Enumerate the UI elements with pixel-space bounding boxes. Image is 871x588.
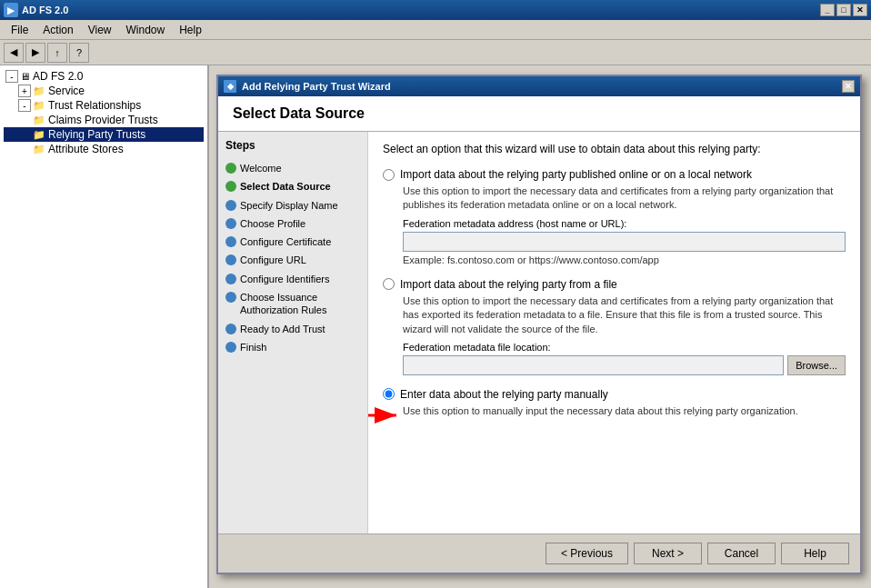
option-file-label[interactable]: Import data about the relying party from…: [383, 278, 846, 291]
tree-service[interactable]: + 📁 Service: [4, 84, 204, 98]
menu-bar: File Action View Window Help: [0, 20, 871, 40]
tree-trust-label: Trust Relationships: [48, 99, 141, 112]
tree-root[interactable]: - 🖥 AD FS 2.0: [4, 69, 204, 84]
step-configure-certificate[interactable]: Configure Certificate: [222, 233, 364, 251]
content-panel: Select an option that this wizard will u…: [368, 132, 860, 533]
maximize-button[interactable]: □: [836, 4, 851, 16]
close-button[interactable]: ✕: [853, 4, 867, 16]
app-title-bar: ▶ AD FS 2.0 _ □ ✕: [0, 0, 871, 20]
option-manual: Enter data about the relying party manua…: [383, 388, 846, 418]
up-button[interactable]: ↑: [47, 43, 67, 63]
minimize-button[interactable]: _: [820, 4, 835, 16]
step-configure-url[interactable]: Configure URL: [222, 251, 364, 269]
tree-service-label: Service: [48, 85, 85, 97]
tree-attribute-stores[interactable]: 📁 Attribute Stores: [4, 142, 204, 156]
step-welcome[interactable]: Welcome: [222, 159, 364, 177]
option-online: Import data about the relying party publ…: [383, 168, 846, 265]
radio-file[interactable]: [383, 278, 395, 290]
root-icon: 🖥: [20, 71, 30, 82]
step-choose-profile[interactable]: Choose Profile: [222, 214, 364, 233]
help-button[interactable]: Help: [781, 543, 849, 564]
step-dot-finish: [225, 342, 236, 353]
step-finish[interactable]: Finish: [222, 338, 364, 356]
tree-claims-provider[interactable]: 📁 Claims Provider Trusts: [4, 113, 204, 127]
steps-panel: Steps Welcome Select Data Source Specify…: [218, 132, 368, 533]
folder-trust-icon: 📁: [33, 100, 45, 112]
step-choose-issuance[interactable]: Choose Issuance Authorization Rules: [222, 288, 364, 320]
folder-relying-icon: 📁: [33, 129, 45, 141]
option-online-field-label: Federation metadata address (host name o…: [383, 218, 846, 229]
left-panel-tree: - 🖥 AD FS 2.0 + 📁 Service - 📁 Trust Rela…: [0, 65, 209, 588]
radio-online[interactable]: [383, 169, 395, 181]
cancel-button[interactable]: Cancel: [707, 543, 776, 564]
menu-help[interactable]: Help: [172, 22, 209, 38]
option-file-desc: Use this option to import the necessary …: [383, 294, 846, 336]
step-select-data-source[interactable]: Select Data Source: [222, 177, 364, 195]
back-button[interactable]: ◀: [4, 43, 24, 63]
wizard-title-icon: ◆: [224, 80, 236, 93]
step-label-display: Specify Display Name: [240, 199, 338, 212]
step-label-ready: Ready to Add Trust: [240, 323, 325, 335]
wizard-header: Select Data Source: [218, 96, 860, 132]
federation-metadata-file-input: [403, 355, 784, 375]
main-layout: - 🖥 AD FS 2.0 + 📁 Service - 📁 Trust Rela…: [0, 65, 871, 588]
option-manual-desc: Use this option to manually input the ne…: [383, 404, 846, 418]
option-file-field-label: Federation metadata file location:: [383, 342, 846, 353]
tree-relying-party[interactable]: 📁 Relying Party Trusts: [4, 127, 204, 142]
option-file: Import data about the relying party from…: [383, 278, 846, 375]
tree-claims-label: Claims Provider Trusts: [48, 114, 158, 126]
expand-root[interactable]: -: [5, 70, 18, 83]
steps-title: Steps: [222, 139, 364, 152]
step-label-cert: Configure Certificate: [240, 235, 331, 248]
wizard-page-title: Select Data Source: [233, 105, 846, 122]
wizard-close-button[interactable]: ✕: [842, 80, 855, 93]
forward-button[interactable]: ▶: [25, 43, 45, 63]
step-label-welcome: Welcome: [240, 162, 282, 174]
step-specify-display-name[interactable]: Specify Display Name: [222, 196, 364, 214]
folder-attribute-icon: 📁: [33, 144, 45, 155]
option-manual-label[interactable]: Enter data about the relying party manua…: [383, 388, 846, 401]
toolbar: ◀ ▶ ↑ ?: [0, 40, 871, 65]
expand-trust[interactable]: -: [18, 99, 31, 112]
option-online-label[interactable]: Import data about the relying party publ…: [383, 168, 846, 181]
federation-metadata-address-input: [403, 232, 846, 252]
next-button[interactable]: Next >: [634, 543, 702, 564]
option-online-desc: Use this option to import the necessary …: [383, 184, 846, 213]
content-intro: Select an option that this wizard will u…: [383, 143, 846, 155]
step-label-finish: Finish: [240, 341, 266, 354]
step-dot-ready: [225, 324, 236, 334]
step-ready-to-add[interactable]: Ready to Add Trust: [222, 320, 364, 338]
wizard-footer: < Previous Next > Cancel Help: [218, 533, 860, 572]
tree-attribute-label: Attribute Stores: [48, 143, 124, 155]
menu-view[interactable]: View: [81, 22, 119, 38]
tree-trust-relationships[interactable]: - 📁 Trust Relationships: [4, 98, 204, 113]
browse-button[interactable]: Browse...: [787, 355, 846, 375]
step-dot-issuance: [225, 292, 236, 303]
menu-file[interactable]: File: [4, 22, 35, 38]
wizard-dialog: ◆ Add Relying Party Trust Wizard ✕ Selec…: [216, 75, 862, 574]
step-dot-cert: [225, 236, 236, 247]
step-label-identifiers: Configure Identifiers: [240, 273, 329, 285]
step-dot-url: [225, 254, 236, 265]
menu-action[interactable]: Action: [35, 22, 80, 38]
app-icon: ▶: [4, 3, 18, 17]
expand-service[interactable]: +: [18, 85, 31, 97]
step-configure-identifiers[interactable]: Configure Identifiers: [222, 270, 364, 288]
step-dot-identifiers: [225, 274, 236, 284]
option-online-hint: Example: fs.contoso.com or https://www.c…: [383, 254, 846, 265]
step-label-url: Configure URL: [240, 254, 306, 266]
tree-relying-label: Relying Party Trusts: [48, 128, 145, 141]
wizard-title: Add Relying Party Trust Wizard: [242, 81, 391, 92]
step-label-select: Select Data Source: [240, 180, 331, 193]
tree-root-label: AD FS 2.0: [33, 70, 83, 83]
step-dot-profile: [225, 218, 236, 229]
step-dot-display: [225, 200, 236, 211]
previous-button[interactable]: < Previous: [546, 543, 628, 564]
wizard-title-bar: ◆ Add Relying Party Trust Wizard ✕: [218, 76, 860, 96]
folder-claims-icon: 📁: [33, 115, 45, 126]
menu-window[interactable]: Window: [119, 22, 173, 38]
radio-manual[interactable]: [383, 388, 395, 400]
folder-service-icon: 📁: [33, 85, 45, 97]
step-label-issuance: Choose Issuance Authorization Rules: [240, 291, 360, 317]
help-icon-button[interactable]: ?: [69, 43, 89, 63]
